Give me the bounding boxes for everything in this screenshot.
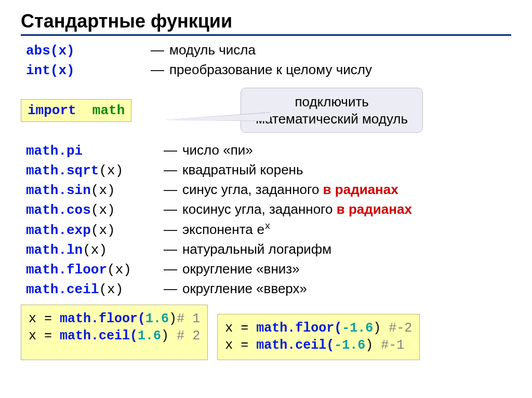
func-code: math.pi — [26, 143, 158, 159]
example-line: x = math.ceil(1.6) # 2 — [29, 327, 200, 345]
example-line: x = math.floor(1.6)# 1 — [29, 310, 200, 328]
func-code: math.cos(x) — [26, 202, 158, 218]
example-box-negative: x = math.floor(-1.6) #-2 x = math.ceil(-… — [217, 314, 420, 361]
import-module: math — [92, 103, 125, 118]
exp-formula: ex — [257, 223, 271, 238]
func-code: abs(x) — [26, 43, 145, 59]
func-code: math.ln(x) — [26, 242, 158, 258]
func-desc: косинус угла, заданного в радианах — [182, 201, 412, 217]
func-desc: натуральный логарифм — [182, 241, 331, 257]
func-code: math.floor(x) — [26, 262, 158, 278]
func-row: math.sqrt(x) — квадратный корень — [26, 162, 511, 179]
func-desc: число «пи» — [182, 142, 253, 158]
func-code: math.sqrt(x) — [26, 163, 158, 179]
import-callout: import math подключить математический мо… — [21, 88, 511, 133]
callout-box: подключить математический модуль — [241, 88, 423, 133]
func-code: math.sin(x) — [26, 183, 158, 198]
top-functions: abs(x) — модуль числа int(x) — преобразо… — [21, 42, 511, 78]
func-row: math.exp(x) — экспонента ex — [26, 221, 511, 238]
import-box: import math — [21, 99, 131, 122]
example-line: x = math.floor(-1.6) #-2 — [225, 320, 412, 337]
func-code: int(x) — [26, 63, 145, 78]
func-desc: преобразование к целому числу — [169, 62, 372, 78]
callout-tail — [166, 113, 270, 121]
func-desc: округление «вверх» — [182, 281, 307, 297]
func-row: math.floor(x) — округление «вниз» — [26, 261, 511, 278]
func-row: math.ceil(x) — округление «вверх» — [26, 281, 511, 297]
callout-line: подключить — [256, 93, 408, 111]
title-rule — [21, 34, 511, 36]
page-title: Стандартные функции — [21, 10, 511, 32]
func-desc: округление «вниз» — [182, 261, 300, 277]
func-row: math.pi — число «пи» — [26, 142, 511, 159]
dash: — — [151, 62, 164, 78]
func-row: math.sin(x) — синус угла, заданного в ра… — [26, 182, 511, 198]
func-desc: модуль числа — [169, 42, 256, 58]
func-desc: экспонента ex — [182, 221, 270, 238]
func-row: int(x) — преобразование к целому числу — [26, 62, 511, 78]
func-code: math.ceil(x) — [26, 282, 158, 297]
import-keyword: import — [28, 103, 76, 118]
example-box-positive: x = math.floor(1.6)# 1 x = math.ceil(1.6… — [21, 305, 208, 361]
func-desc: квадратный корень — [182, 162, 303, 178]
func-desc: синус угла, заданного в радианах — [182, 182, 398, 198]
examples: x = math.floor(1.6)# 1 x = math.ceil(1.6… — [21, 305, 511, 361]
example-line: x = math.ceil(-1.6) #-1 — [225, 337, 412, 354]
math-functions-list: math.pi — число «пи» math.sqrt(x) — квад… — [21, 142, 511, 297]
func-row: math.cos(x) — косинус угла, заданного в … — [26, 201, 511, 218]
dash: — — [151, 42, 164, 58]
callout-line: математический модуль — [256, 111, 408, 128]
func-code: math.exp(x) — [26, 223, 158, 238]
func-row: abs(x) — модуль числа — [26, 42, 511, 59]
func-row: math.ln(x) — натуральный логарифм — [26, 241, 511, 258]
